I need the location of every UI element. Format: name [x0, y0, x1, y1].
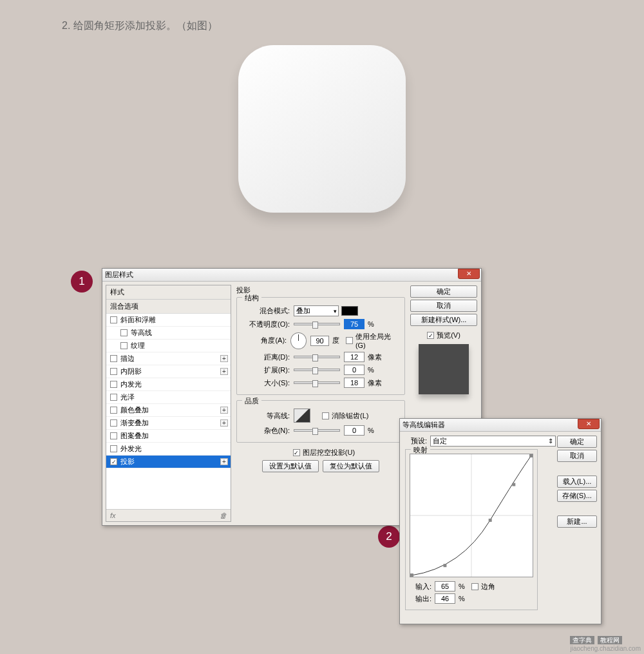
style-checkbox[interactable]: ✓: [110, 458, 117, 465]
trash-icon[interactable]: 🗑: [220, 512, 227, 519]
contour-label: 等高线:: [243, 411, 290, 421]
contour-picker[interactable]: [294, 409, 310, 423]
curve-output-field[interactable]: 46: [435, 593, 455, 604]
styles-sidebar: 样式 混合选项 斜面和浮雕等高线纹理描边+内阴影+内发光光泽颜色叠加+渐变叠加+…: [106, 285, 231, 522]
style-checkbox[interactable]: [110, 445, 117, 452]
ok-button[interactable]: 确定: [410, 285, 477, 298]
style-item[interactable]: 图案叠加: [106, 430, 231, 443]
style-item[interactable]: 外发光: [106, 443, 231, 456]
style-item[interactable]: ✓投影+: [106, 456, 231, 468]
knockout-checkbox[interactable]: ✓: [293, 449, 300, 456]
style-checkbox[interactable]: [120, 329, 128, 336]
blending-options-item[interactable]: 混合选项: [106, 300, 231, 314]
spread-slider[interactable]: [294, 369, 340, 371]
size-label: 大小(S):: [243, 378, 290, 388]
size-unit: 像素: [368, 378, 382, 388]
close-icon[interactable]: ✕: [578, 419, 600, 429]
blend-mode-select[interactable]: 叠加: [294, 305, 339, 316]
style-checkbox[interactable]: [110, 355, 117, 362]
style-item-label: 斜面和浮雕: [120, 315, 156, 325]
global-light-checkbox[interactable]: [346, 337, 352, 344]
size-slider[interactable]: [294, 381, 340, 384]
cancel-button[interactable]: 取消: [410, 300, 477, 312]
style-item-label: 描边: [120, 354, 135, 363]
watermark-brand: 教程网: [598, 636, 622, 644]
size-input[interactable]: 18: [344, 378, 365, 388]
style-item[interactable]: 内发光: [106, 378, 231, 391]
preset-select[interactable]: 自定: [430, 436, 556, 447]
ok-button[interactable]: 确定: [557, 436, 597, 448]
style-checkbox[interactable]: [110, 381, 117, 388]
reset-default-button[interactable]: 复位为默认值: [323, 460, 379, 472]
style-checkbox[interactable]: [110, 432, 117, 439]
cancel-button[interactable]: 取消: [557, 450, 597, 462]
angle-dial[interactable]: [290, 332, 306, 349]
style-checkbox[interactable]: [110, 394, 117, 401]
plus-icon[interactable]: +: [220, 419, 228, 427]
make-default-button[interactable]: 设置为默认值: [262, 460, 319, 472]
opacity-input[interactable]: 75: [344, 319, 365, 329]
distance-input[interactable]: 12: [344, 352, 365, 362]
step-caption: 2. 给圆角矩形添加投影。（如图）: [62, 19, 218, 33]
fx-icon[interactable]: fx: [110, 512, 116, 519]
watermark-url: jiaocheng.chazidian.com: [570, 645, 641, 652]
curve-editor[interactable]: [410, 454, 533, 577]
style-checkbox[interactable]: [110, 407, 117, 414]
noise-input[interactable]: 0: [344, 425, 365, 436]
quality-legend: 品质: [242, 396, 261, 406]
dialog-titlebar[interactable]: 图层样式 ✕: [102, 269, 481, 282]
style-item-label: 光泽: [120, 392, 135, 402]
sidebar-header[interactable]: 样式: [106, 285, 231, 300]
distance-slider[interactable]: [294, 356, 340, 358]
global-light-label: 使用全局光(G): [355, 332, 398, 349]
noise-unit: %: [368, 427, 374, 434]
sidebar-footer: fx 🗑: [106, 509, 231, 521]
distance-unit: 像素: [368, 352, 382, 362]
quality-fieldset: 品质 等高线: 消除锯齿(L) 杂色(N): 0 %: [236, 400, 405, 443]
distance-label: 距离(D):: [243, 352, 290, 362]
style-item[interactable]: 颜色叠加+: [106, 404, 231, 417]
preview-label: 预览(V): [437, 331, 460, 340]
antialias-label: 消除锯齿(L): [332, 411, 368, 421]
style-checkbox[interactable]: [110, 419, 117, 427]
save-button[interactable]: 存储(S)...: [557, 490, 597, 502]
panel-title: 投影: [236, 285, 405, 295]
style-item[interactable]: 内阴影+: [106, 365, 231, 378]
noise-slider[interactable]: [294, 429, 340, 432]
style-checkbox[interactable]: [120, 342, 128, 349]
preview-checkbox[interactable]: ✓: [427, 332, 434, 339]
close-icon[interactable]: ✕: [458, 269, 480, 279]
style-item[interactable]: 渐变叠加+: [106, 417, 231, 430]
style-item[interactable]: 等高线: [106, 327, 231, 340]
opacity-unit: %: [368, 320, 374, 328]
preview-rounded-rectangle: [238, 45, 406, 213]
style-checkbox[interactable]: [110, 368, 117, 375]
spread-input[interactable]: 0: [344, 365, 365, 375]
style-checkbox[interactable]: [110, 316, 117, 323]
style-item[interactable]: 描边+: [106, 352, 231, 365]
plus-icon[interactable]: +: [220, 368, 228, 375]
style-item[interactable]: 纹理: [106, 340, 231, 352]
new-style-button[interactable]: 新建样式(W)...: [410, 314, 477, 326]
shadow-color-swatch[interactable]: [341, 306, 358, 316]
style-item[interactable]: 光泽: [106, 391, 231, 404]
curve-input-field[interactable]: 65: [435, 581, 455, 591]
plus-icon[interactable]: +: [220, 355, 228, 362]
antialias-checkbox[interactable]: [322, 412, 329, 419]
angle-input[interactable]: 90: [310, 336, 330, 346]
load-button[interactable]: 载入(L)...: [557, 476, 597, 488]
dialog-titlebar[interactable]: 等高线编辑器 ✕: [400, 419, 601, 432]
new-button[interactable]: 新建...: [557, 515, 597, 528]
percent-unit: %: [459, 595, 465, 602]
opacity-slider[interactable]: [294, 323, 340, 325]
watermark-brand: 查字典: [570, 636, 594, 644]
style-item[interactable]: 斜面和浮雕: [106, 314, 231, 327]
dialog-title: 图层样式: [105, 270, 133, 280]
style-item-label: 纹理: [131, 341, 145, 351]
dialog-buttons-column: 确定 取消 载入(L)... 存储(S)... 新建...: [557, 436, 597, 530]
plus-icon[interactable]: +: [220, 458, 228, 465]
corner-checkbox[interactable]: [471, 583, 478, 590]
dialog-title: 等高线编辑器: [402, 420, 445, 430]
callout-badge-1: 1: [71, 271, 93, 293]
plus-icon[interactable]: +: [220, 407, 228, 414]
